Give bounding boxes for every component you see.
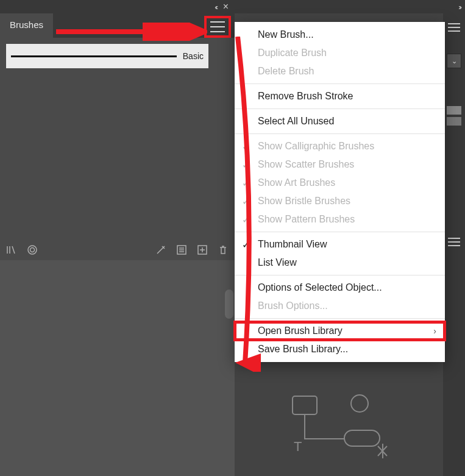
- brushes-panel-footer: [0, 240, 235, 260]
- library-icon[interactable]: [6, 244, 17, 255]
- brush-list-area: Basic: [0, 38, 235, 74]
- check-icon: ✓: [242, 196, 250, 207]
- new-brush-icon[interactable]: [197, 244, 208, 255]
- panel-topbar-right: ››: [235, 0, 465, 13]
- delete-icon[interactable]: [218, 244, 229, 255]
- check-icon: ✓: [242, 159, 250, 171]
- menu-separator: [235, 232, 445, 232]
- check-icon: ✓: [242, 239, 250, 250]
- brush-label: Basic: [183, 51, 204, 61]
- svg-point-1: [351, 395, 368, 412]
- hamburger-icon[interactable]: [448, 23, 460, 32]
- options-icon[interactable]: [176, 244, 187, 255]
- tab-brushes[interactable]: Brushes: [0, 13, 53, 38]
- swatch-block[interactable]: [447, 106, 461, 115]
- menu-item-delete-brush: Delete Brush: [235, 62, 445, 80]
- menu-item-options-selected[interactable]: Options of Selected Object...: [235, 279, 445, 297]
- swatch-block[interactable]: [447, 117, 461, 126]
- menu-item-label: Delete Brush: [258, 66, 314, 77]
- menu-item-label: Show Pattern Brushes: [258, 214, 355, 225]
- check-icon: ✓: [242, 141, 250, 152]
- remove-stroke-icon[interactable]: [155, 244, 166, 255]
- menu-item-list-view[interactable]: List View: [235, 254, 445, 272]
- chevron-right-icon: ›: [433, 326, 436, 336]
- panel-topbar-left: ‹‹ ×: [0, 0, 235, 13]
- menu-item-duplicate-brush: Duplicate Brush: [235, 44, 445, 62]
- menu-separator: [235, 275, 445, 275]
- menu-item-label: Open Brush Library: [258, 325, 343, 336]
- menu-item-brush-options: Brush Options...: [235, 297, 445, 315]
- brushes-panel: Brushes Basic: [0, 13, 235, 260]
- menu-item-label: Show Calligraphic Brushes: [258, 141, 374, 152]
- check-icon: ✓: [242, 214, 250, 226]
- menu-item-label: Thumbnail View: [258, 239, 327, 250]
- svg-rect-2: [344, 430, 380, 446]
- menu-item-label: List View: [258, 257, 297, 268]
- menu-item-new-brush[interactable]: New Brush...: [235, 26, 445, 44]
- menu-separator: [235, 318, 445, 319]
- menu-item-label: Save Brush Library...: [258, 344, 348, 355]
- menu-item-remove-brush-stroke[interactable]: Remove Brush Stroke: [235, 87, 445, 105]
- expand-icon[interactable]: ››: [458, 2, 460, 12]
- menu-item-save-brush-library[interactable]: Save Brush Library...: [235, 340, 445, 358]
- brush-stroke-preview: [11, 55, 177, 57]
- svg-rect-0: [293, 396, 317, 414]
- menu-item-show-calligraphic: ✓Show Calligraphic Brushes: [235, 137, 445, 155]
- menu-item-label: New Brush...: [258, 29, 314, 40]
- menu-item-label: Remove Brush Stroke: [258, 91, 353, 102]
- menu-item-show-pattern: ✓Show Pattern Brushes: [235, 210, 445, 229]
- canvas-area: [0, 260, 235, 476]
- dropdown-toggle[interactable]: ⌄: [447, 54, 461, 68]
- menu-item-label: Brush Options...: [258, 300, 328, 311]
- close-icon[interactable]: ×: [223, 1, 229, 12]
- menu-item-label: Show Bristle Brushes: [258, 196, 350, 207]
- menu-item-label: Show Scatter Brushes: [258, 159, 354, 170]
- brushes-flyout-menu: New Brush...Duplicate BrushDelete BrushR…: [235, 22, 445, 362]
- menu-item-select-all-unused[interactable]: Select All Unused: [235, 112, 445, 130]
- menu-item-open-brush-library[interactable]: Open Brush Library›: [235, 322, 445, 340]
- menu-item-label: Options of Selected Object...: [258, 282, 382, 293]
- panel-menu-button[interactable]: [210, 21, 225, 32]
- menu-separator: [235, 133, 445, 134]
- scrollbar-handle[interactable]: [225, 290, 233, 319]
- brushes-tabbar: Brushes: [0, 13, 235, 38]
- menu-item-label: Select All Unused: [258, 116, 334, 127]
- annotation-highlight-menu-button: [204, 16, 231, 38]
- menu-separator: [235, 108, 445, 109]
- libraries-cloud-icon[interactable]: [27, 244, 38, 255]
- check-icon: ✓: [242, 177, 250, 189]
- background-artwork: T: [286, 390, 402, 466]
- menu-item-show-scatter: ✓Show Scatter Brushes: [235, 155, 445, 174]
- menu-item-show-art: ✓Show Art Brushes: [235, 174, 445, 192]
- panel-menu-wrap: [201, 13, 235, 38]
- menu-item-label: Show Art Brushes: [258, 177, 335, 188]
- menu-separator: [235, 83, 445, 84]
- menu-item-show-bristle: ✓Show Bristle Brushes: [235, 192, 445, 210]
- svg-point-5: [30, 248, 35, 252]
- brush-swatch-basic[interactable]: Basic: [6, 44, 208, 68]
- right-panel-strip: ⌄: [443, 13, 465, 476]
- hamburger-icon[interactable]: [448, 238, 460, 246]
- menu-item-label: Duplicate Brush: [258, 48, 327, 59]
- menu-item-thumbnail-view[interactable]: ✓Thumbnail View: [235, 235, 445, 254]
- svg-text:T: T: [294, 439, 302, 454]
- collapse-icon[interactable]: ‹‹: [215, 2, 216, 12]
- svg-point-4: [28, 246, 37, 254]
